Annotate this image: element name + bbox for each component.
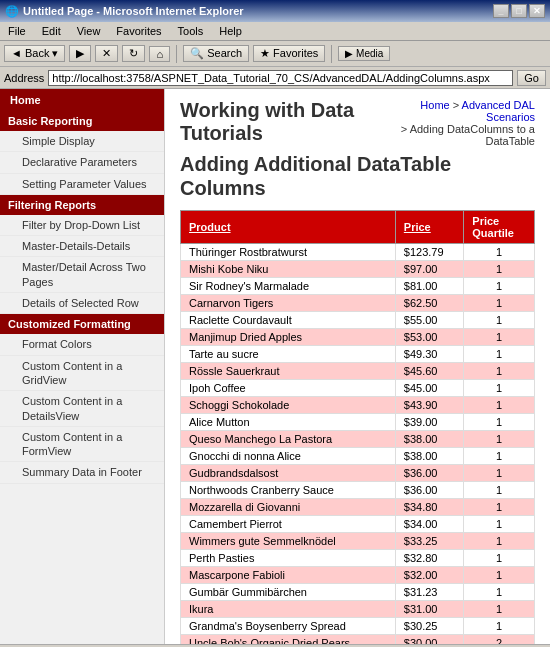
menu-tools[interactable]: Tools [175, 24, 207, 38]
table-row: Uncle Bob's Organic Dried Pears$30.002 [181, 635, 535, 645]
menu-view[interactable]: View [74, 24, 104, 38]
site-title: Working with Data Tutorials [180, 99, 387, 145]
cell-product: Manjimup Dried Apples [181, 329, 396, 346]
cell-product: Raclette Courdavault [181, 312, 396, 329]
sidebar: Home Basic Reporting Simple Display Decl… [0, 89, 165, 644]
table-row: Ikura$31.001 [181, 601, 535, 618]
cell-quartile: 1 [464, 244, 535, 261]
cell-product: Mozzarella di Giovanni [181, 499, 396, 516]
cell-price: $45.00 [395, 380, 463, 397]
refresh-button[interactable]: ↻ [122, 45, 145, 62]
breadcrumb-home[interactable]: Home [420, 99, 449, 111]
sidebar-item-custom-content-gridview[interactable]: Custom Content in a GridView [0, 356, 164, 392]
minimize-button[interactable]: _ [493, 4, 509, 18]
cell-quartile: 1 [464, 261, 535, 278]
window-controls[interactable]: _ □ ✕ [493, 4, 545, 18]
cell-price: $30.25 [395, 618, 463, 635]
cell-price: $43.90 [395, 397, 463, 414]
sidebar-section-basic-reporting[interactable]: Basic Reporting [0, 111, 164, 131]
cell-product: Mishi Kobe Niku [181, 261, 396, 278]
product-sort-link[interactable]: Product [189, 221, 231, 233]
sidebar-item-declarative-parameters[interactable]: Declarative Parameters [0, 152, 164, 173]
sidebar-item-details-selected-row[interactable]: Details of Selected Row [0, 293, 164, 314]
cell-product: Queso Manchego La Pastora [181, 431, 396, 448]
sidebar-item-custom-content-formview[interactable]: Custom Content in a FormView [0, 427, 164, 463]
search-button[interactable]: 🔍 Search [183, 45, 249, 62]
cell-quartile: 1 [464, 584, 535, 601]
cell-product: Wimmers gute Semmelknödel [181, 533, 396, 550]
sidebar-item-summary-data-footer[interactable]: Summary Data in Footer [0, 462, 164, 483]
cell-quartile: 1 [464, 278, 535, 295]
go-button[interactable]: Go [517, 70, 546, 86]
table-body: Thüringer Rostbratwurst$123.791Mishi Kob… [181, 244, 535, 645]
cell-product: Ipoh Coffee [181, 380, 396, 397]
cell-quartile: 1 [464, 431, 535, 448]
toolbar-separator-1 [176, 45, 177, 63]
price-sort-link[interactable]: Price [404, 221, 431, 233]
cell-price: $33.25 [395, 533, 463, 550]
main-content: Working with Data Tutorials Home > Advan… [165, 89, 550, 644]
cell-price: $49.30 [395, 346, 463, 363]
cell-quartile: 1 [464, 499, 535, 516]
sidebar-section-filtering-reports[interactable]: Filtering Reports [0, 195, 164, 215]
table-row: Alice Mutton$39.001 [181, 414, 535, 431]
menu-bar: File Edit View Favorites Tools Help [0, 22, 550, 41]
menu-file[interactable]: File [5, 24, 29, 38]
table-row: Carnarvon Tigers$62.501 [181, 295, 535, 312]
menu-favorites[interactable]: Favorites [113, 24, 164, 38]
cell-quartile: 1 [464, 601, 535, 618]
cell-quartile: 1 [464, 414, 535, 431]
cell-price: $30.00 [395, 635, 463, 645]
cell-product: Northwoods Cranberry Sauce [181, 482, 396, 499]
cell-price: $32.00 [395, 567, 463, 584]
table-row: Gudbrandsdalsost$36.001 [181, 465, 535, 482]
table-row: Rössle Sauerkraut$45.601 [181, 363, 535, 380]
favorites-button[interactable]: ★ Favorites [253, 45, 325, 62]
table-row: Manjimup Dried Apples$53.001 [181, 329, 535, 346]
browser-content: Home Basic Reporting Simple Display Decl… [0, 89, 550, 644]
table-row: Gnocchi di nonna Alice$38.001 [181, 448, 535, 465]
menu-help[interactable]: Help [216, 24, 245, 38]
window-title: Untitled Page - Microsoft Internet Explo… [23, 5, 244, 17]
cell-product: Thüringer Rostbratwurst [181, 244, 396, 261]
page-header: Working with Data Tutorials Home > Advan… [180, 99, 535, 152]
maximize-button[interactable]: □ [511, 4, 527, 18]
sidebar-item-master-details[interactable]: Master-Details-Details [0, 236, 164, 257]
table-row: Queso Manchego La Pastora$38.001 [181, 431, 535, 448]
sidebar-item-format-colors[interactable]: Format Colors [0, 334, 164, 355]
cell-price: $53.00 [395, 329, 463, 346]
table-row: Northwoods Cranberry Sauce$36.001 [181, 482, 535, 499]
table-header-row: Product Price PriceQuartile [181, 211, 535, 244]
table-row: Mishi Kobe Niku$97.001 [181, 261, 535, 278]
sidebar-item-master-detail-across[interactable]: Master/Detail Across Two Pages [0, 257, 164, 293]
cell-product: Uncle Bob's Organic Dried Pears [181, 635, 396, 645]
sidebar-item-setting-parameter-values[interactable]: Setting Parameter Values [0, 174, 164, 195]
back-button[interactable]: ◄ Back ▾ [4, 45, 65, 62]
breadcrumb-section[interactable]: Advanced DAL Scenarios [462, 99, 535, 123]
cell-price: $34.00 [395, 516, 463, 533]
sidebar-item-custom-content-detailsview[interactable]: Custom Content in a DetailsView [0, 391, 164, 427]
cell-product: Carnarvon Tigers [181, 295, 396, 312]
cell-price: $32.80 [395, 550, 463, 567]
table-row: Gumbär Gummibärchen$31.231 [181, 584, 535, 601]
home-button[interactable]: ⌂ [149, 46, 170, 62]
cell-quartile: 1 [464, 448, 535, 465]
cell-quartile: 1 [464, 618, 535, 635]
toolbar-separator-2 [331, 45, 332, 63]
sidebar-item-simple-display[interactable]: Simple Display [0, 131, 164, 152]
media-button[interactable]: ▶ Media [338, 46, 390, 61]
menu-edit[interactable]: Edit [39, 24, 64, 38]
sidebar-item-filter-dropdown[interactable]: Filter by Drop-Down List [0, 215, 164, 236]
sidebar-section-customized-formatting[interactable]: Customized Formatting [0, 314, 164, 334]
cell-product: Perth Pasties [181, 550, 396, 567]
cell-product: Alice Mutton [181, 414, 396, 431]
address-input[interactable] [48, 70, 513, 86]
cell-quartile: 1 [464, 329, 535, 346]
stop-button[interactable]: ✕ [95, 45, 118, 62]
close-button[interactable]: ✕ [529, 4, 545, 18]
sidebar-home[interactable]: Home [0, 89, 164, 111]
cell-price: $36.00 [395, 465, 463, 482]
forward-button[interactable]: ▶ [69, 45, 91, 62]
table-row: Wimmers gute Semmelknödel$33.251 [181, 533, 535, 550]
cell-product: Sir Rodney's Marmalade [181, 278, 396, 295]
